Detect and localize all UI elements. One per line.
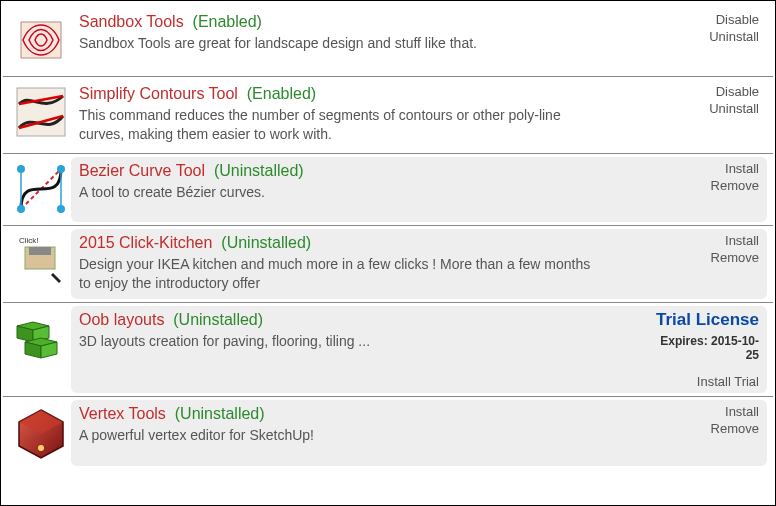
install-trial-button[interactable]: Install Trial — [647, 374, 759, 389]
actions-col: Install Remove — [647, 157, 767, 222]
trial-expires-label: Expires: 2015-10-25 — [647, 334, 759, 362]
extension-status: (Uninstalled) — [214, 162, 304, 179]
extension-description: This command reduces the number of segme… — [79, 106, 599, 144]
content-col: Vertex Tools (Uninstalled) A powerful ve… — [71, 400, 647, 466]
extensions-list: Sandbox Tools (Enabled) Sandbox Tools ar… — [3, 5, 773, 469]
extension-status: (Uninstalled) — [221, 234, 311, 251]
simplify-icon — [13, 84, 69, 140]
oob-icon — [13, 310, 69, 366]
icon-col — [9, 306, 71, 393]
disable-button[interactable]: Disable — [647, 12, 759, 27]
title-line: Vertex Tools (Uninstalled) — [79, 404, 641, 424]
title-line: Simplify Contours Tool (Enabled) — [79, 84, 641, 104]
extension-row: Sandbox Tools (Enabled) Sandbox Tools ar… — [3, 5, 773, 77]
uninstall-button[interactable]: Uninstall — [647, 101, 759, 116]
actions-col: Install Remove — [647, 229, 767, 299]
title-line: Oob layouts (Uninstalled) — [79, 310, 641, 330]
title-line: Sandbox Tools (Enabled) — [79, 12, 641, 32]
extension-row: Simplify Contours Tool (Enabled) This co… — [3, 77, 773, 154]
extension-row: Click! 2015 Click-Kitchen (Uninstalled) … — [3, 226, 773, 303]
actions-col: Trial License Expires: 2015-10-25 Instal… — [647, 306, 767, 393]
disable-button[interactable]: Disable — [647, 84, 759, 99]
install-button[interactable]: Install — [647, 404, 759, 419]
title-line: 2015 Click-Kitchen (Uninstalled) — [79, 233, 641, 253]
extension-name[interactable]: Bezier Curve Tool — [79, 162, 205, 179]
extension-name[interactable]: Simplify Contours Tool — [79, 85, 238, 102]
actions-col: Disable Uninstall — [647, 8, 767, 73]
bezier-icon — [13, 161, 69, 217]
content-col: Bezier Curve Tool (Uninstalled) A tool t… — [71, 157, 647, 222]
icon-col — [9, 157, 71, 222]
extension-name[interactable]: Sandbox Tools — [79, 13, 184, 30]
extension-status: (Uninstalled) — [175, 405, 265, 422]
remove-button[interactable]: Remove — [647, 421, 759, 436]
content-col: Sandbox Tools (Enabled) Sandbox Tools ar… — [71, 8, 647, 73]
extension-status: (Uninstalled) — [173, 311, 263, 328]
sandbox-icon — [13, 12, 69, 68]
svg-point-19 — [38, 445, 44, 451]
content-col: Simplify Contours Tool (Enabled) This co… — [71, 80, 647, 150]
content-col: 2015 Click-Kitchen (Uninstalled) Design … — [71, 229, 647, 299]
kitchen-icon: Click! — [13, 233, 69, 289]
extension-name[interactable]: Vertex Tools — [79, 405, 166, 422]
extension-name[interactable]: Oob layouts — [79, 311, 164, 328]
svg-text:Click!: Click! — [19, 236, 39, 245]
icon-col — [9, 400, 71, 466]
extension-status: (Enabled) — [247, 85, 316, 102]
extension-description: A tool to create Bézier curves. — [79, 183, 599, 202]
content-col: Oob layouts (Uninstalled) 3D layouts cre… — [71, 306, 647, 393]
install-button[interactable]: Install — [647, 233, 759, 248]
extension-description: A powerful vertex editor for SketchUp! — [79, 426, 599, 445]
extension-row: Vertex Tools (Uninstalled) A powerful ve… — [3, 397, 773, 469]
remove-button[interactable]: Remove — [647, 250, 759, 265]
uninstall-button[interactable]: Uninstall — [647, 29, 759, 44]
extension-description: Design your IKEA kitchen and much more i… — [79, 255, 599, 293]
extension-status: (Enabled) — [193, 13, 262, 30]
icon-col: Click! — [9, 229, 71, 299]
extension-description: 3D layouts creation for paving, flooring… — [79, 332, 599, 351]
extension-description: Sandbox Tools are great for landscape de… — [79, 34, 599, 53]
actions-col: Disable Uninstall — [647, 80, 767, 150]
extension-row: Oob layouts (Uninstalled) 3D layouts cre… — [3, 303, 773, 397]
vertex-icon — [13, 404, 69, 460]
trial-license-label: Trial License — [647, 310, 759, 330]
install-button[interactable]: Install — [647, 161, 759, 176]
extension-name[interactable]: 2015 Click-Kitchen — [79, 234, 212, 251]
svg-rect-10 — [29, 247, 51, 255]
icon-col — [9, 80, 71, 150]
actions-col: Install Remove — [647, 400, 767, 466]
icon-col — [9, 8, 71, 73]
remove-button[interactable]: Remove — [647, 178, 759, 193]
extension-row: Bezier Curve Tool (Uninstalled) A tool t… — [3, 154, 773, 226]
svg-rect-0 — [17, 88, 65, 136]
title-line: Bezier Curve Tool (Uninstalled) — [79, 161, 641, 181]
